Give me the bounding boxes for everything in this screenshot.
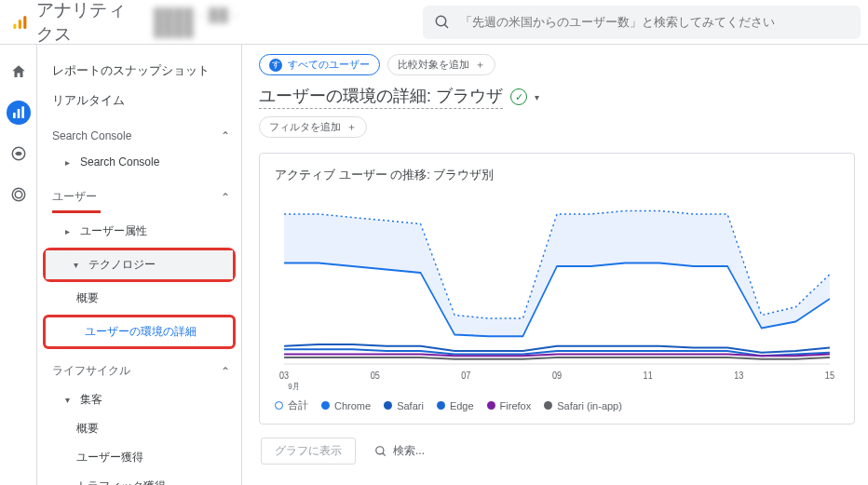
rail-home[interactable] [7, 60, 31, 84]
svg-point-3 [436, 16, 446, 26]
legend-item[interactable]: Edge [437, 400, 474, 411]
sidebar-section-search-console[interactable]: Search Console⌃ [37, 123, 241, 149]
chevron-up-icon: ⌃ [221, 191, 230, 204]
sidebar-item-user-attr[interactable]: ▸ユーザー属性 [37, 217, 241, 246]
legend-swatch [437, 401, 445, 410]
rail-reports[interactable] [7, 101, 31, 125]
segment-chips: すすべてのユーザー 比較対象を追加＋ [259, 54, 855, 75]
chip-badge: す [269, 59, 282, 72]
chip-all-users[interactable]: すすべてのユーザー [259, 54, 380, 75]
svg-point-20 [376, 446, 384, 453]
legend-swatch [487, 401, 495, 410]
sidebar-item-acq-traffic[interactable]: トラフィック獲得 [37, 472, 241, 485]
sidebar-item-tech-overview[interactable]: 概要 [37, 284, 241, 313]
icon-rail [0, 45, 37, 485]
search-icon [434, 14, 451, 31]
main-content: すすべてのユーザー 比較対象を追加＋ ユーザーの環境の詳細: ブラウザ ✓ ▾ … [242, 45, 868, 485]
chip-add-compare[interactable]: 比較対象を追加＋ [387, 54, 495, 75]
svg-text:07: 07 [461, 370, 470, 382]
rail-explore[interactable] [7, 141, 31, 166]
svg-line-21 [383, 452, 386, 455]
app-header: アナリティクス ████ - ██ - ████ [0, 0, 868, 45]
svg-rect-2 [23, 15, 26, 28]
sidebar-item-acq-overview[interactable]: 概要 [37, 414, 241, 443]
highlight-tech-detail: ユーザーの環境の詳細 [43, 315, 236, 349]
legend-swatch [384, 401, 392, 410]
global-search[interactable] [423, 6, 861, 39]
caret-down-icon[interactable]: ▾ [535, 92, 539, 102]
caret-down-icon: ▾ [65, 395, 75, 405]
svg-text:11: 11 [644, 370, 653, 382]
plus-icon: ＋ [475, 58, 485, 72]
app-name: アナリティクス [36, 0, 142, 47]
plot-rows-button[interactable]: グラフに表示 [261, 438, 356, 465]
rail-ads[interactable] [7, 182, 31, 207]
sidebar-item-technology[interactable]: ▾テクノロジー [46, 250, 233, 279]
caret-right-icon: ▸ [65, 157, 75, 168]
sidebar-section-lifecycle[interactable]: ライフサイクル⌃ [37, 357, 241, 385]
svg-line-4 [444, 24, 448, 28]
sidebar-item-tech-detail[interactable]: ユーザーの環境の詳細 [46, 317, 233, 346]
sidebar-item-snapshot[interactable]: レポートのスナップショット [37, 56, 241, 86]
svg-rect-6 [17, 109, 20, 118]
table-search[interactable]: 検索... [367, 439, 432, 463]
legend-item[interactable]: 合計 [275, 398, 308, 412]
chip-add-filter[interactable]: フィルタを追加＋ [259, 116, 367, 138]
sidebar: レポートのスナップショット リアルタイム Search Console⌃ ▸Se… [37, 45, 242, 485]
chart-title: アクティブ ユーザー の推移: ブラウザ別 [275, 167, 839, 183]
svg-point-10 [12, 188, 25, 201]
svg-text:05: 05 [371, 370, 381, 382]
global-search-input[interactable] [460, 15, 849, 29]
sidebar-section-user[interactable]: ユーザー⌃ [37, 182, 241, 211]
check-circle-icon[interactable]: ✓ [510, 88, 527, 105]
svg-rect-5 [13, 113, 16, 118]
legend-swatch [321, 401, 330, 410]
svg-rect-1 [19, 19, 21, 28]
caret-down-icon: ▾ [74, 260, 83, 270]
svg-text:15: 15 [825, 370, 835, 382]
legend-item[interactable]: Safari [384, 400, 424, 411]
legend-item[interactable]: Firefox [487, 400, 532, 411]
legend-swatch [275, 401, 283, 410]
sidebar-item-acq-user[interactable]: ユーザー獲得 [37, 443, 241, 472]
line-chart: 030507091113159月 [275, 195, 839, 390]
chevron-up-icon: ⌃ [221, 365, 230, 378]
sidebar-item-realtime[interactable]: リアルタイム [37, 86, 241, 115]
sidebar-item-search-console[interactable]: ▸Search Console [37, 149, 241, 175]
search-icon [374, 445, 387, 458]
page-title[interactable]: ユーザーの環境の詳細: ブラウザ [259, 85, 503, 109]
svg-rect-7 [21, 106, 24, 118]
property-selector[interactable]: ████ - ██ - ████ [154, 7, 264, 37]
legend-swatch [544, 401, 552, 410]
chart-legend: 合計ChromeSafariEdgeFirefoxSafari (in-app) [275, 398, 839, 412]
svg-text:13: 13 [734, 370, 744, 382]
legend-item[interactable]: Chrome [321, 400, 371, 411]
table-toolbar: グラフに表示 検索... [259, 438, 855, 465]
svg-text:9月: 9月 [288, 381, 300, 390]
caret-right-icon: ▸ [65, 226, 75, 236]
svg-rect-0 [13, 23, 16, 28]
legend-item[interactable]: Safari (in-app) [544, 400, 622, 411]
svg-text:09: 09 [552, 370, 562, 382]
sidebar-item-acquisition[interactable]: ▾集客 [37, 385, 241, 414]
app-logo-icon [11, 12, 29, 33]
chart-card: アクティブ ユーザー の推移: ブラウザ別 030507091113159月 合… [259, 153, 855, 424]
svg-point-9 [15, 191, 22, 198]
highlight-technology: ▾テクノロジー [43, 248, 236, 282]
svg-text:03: 03 [279, 370, 290, 382]
plus-icon: ＋ [346, 120, 357, 134]
title-row: ユーザーの環境の詳細: ブラウザ ✓ ▾ [259, 85, 855, 109]
chevron-up-icon: ⌃ [221, 129, 230, 142]
